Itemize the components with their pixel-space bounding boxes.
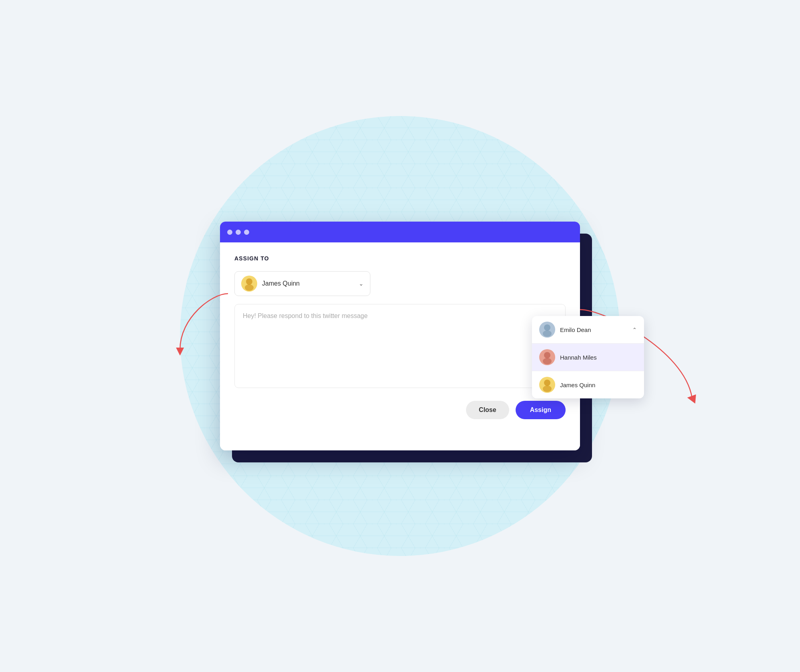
- user-dropdown-popup: Emilo Dean ⌃ Hannah Miles: [532, 316, 644, 398]
- selected-user-avatar: [241, 276, 257, 292]
- dropdown-item-emilo[interactable]: Emilo Dean ⌃: [532, 316, 644, 343]
- avatar-hannah: [539, 349, 555, 365]
- message-placeholder-text: Hey! Please respond to this twitter mess…: [243, 312, 368, 320]
- window-titlebar: [220, 222, 580, 242]
- svg-marker-1: [687, 394, 696, 404]
- svg-point-6: [544, 352, 550, 358]
- svg-point-5: [543, 330, 552, 337]
- message-textarea[interactable]: Hey! Please respond to this twitter mess…: [234, 304, 566, 388]
- svg-point-7: [543, 358, 552, 364]
- svg-point-2: [246, 278, 252, 285]
- dropdown-item-hannah-name: Hannah Miles: [560, 354, 597, 361]
- dropdown-item-james-name: James Quinn: [560, 382, 595, 388]
- dropdown-item-emilo-name: Emilo Dean: [560, 326, 591, 333]
- window-body: ASSIGN TO James Quinn ⌄ Hey! Please resp…: [220, 242, 580, 450]
- svg-point-4: [544, 324, 550, 331]
- assign-to-label: ASSIGN TO: [234, 255, 566, 262]
- traffic-dot-3: [244, 230, 249, 235]
- svg-point-3: [245, 284, 254, 291]
- selected-user-name: James Quinn: [262, 280, 359, 287]
- traffic-dot-1: [227, 230, 232, 235]
- user-select-dropdown[interactable]: James Quinn ⌄: [234, 271, 370, 296]
- assign-button[interactable]: Assign: [516, 401, 566, 419]
- modal-window: ASSIGN TO James Quinn ⌄ Hey! Please resp…: [220, 222, 580, 450]
- chevron-down-icon: ⌄: [359, 280, 364, 287]
- svg-point-9: [543, 386, 552, 392]
- avatar-emilo: [539, 322, 555, 338]
- chevron-up-icon: ⌃: [632, 327, 637, 333]
- close-button[interactable]: Close: [466, 401, 509, 419]
- svg-point-8: [544, 380, 550, 386]
- traffic-dot-2: [236, 230, 241, 235]
- dropdown-item-hannah[interactable]: Hannah Miles: [532, 344, 644, 371]
- modal-actions: Close Assign: [234, 401, 566, 419]
- dropdown-item-james[interactable]: James Quinn: [532, 371, 644, 398]
- avatar-james-dropdown: [539, 377, 555, 393]
- modal-window-wrapper: ASSIGN TO James Quinn ⌄ Hey! Please resp…: [220, 222, 580, 450]
